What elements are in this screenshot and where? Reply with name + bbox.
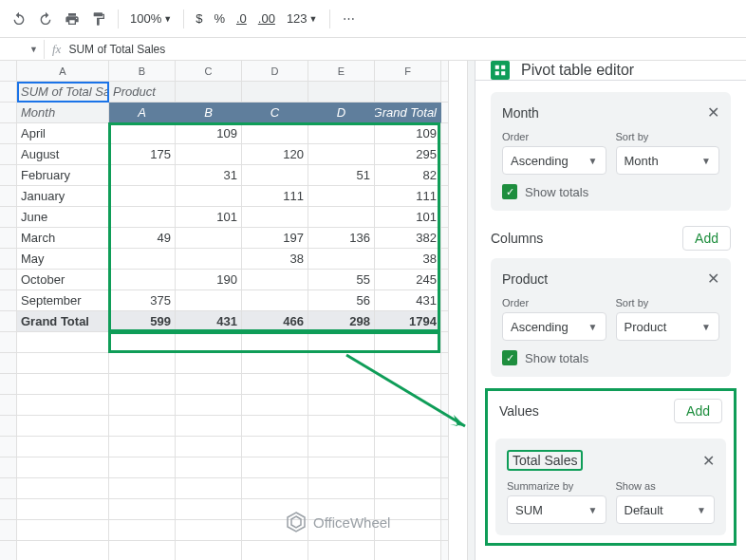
cell[interactable]: Grand Total (17, 311, 109, 332)
cell[interactable] (0, 499, 17, 520)
cell[interactable]: February (17, 165, 109, 186)
cell[interactable] (0, 270, 17, 290)
cell[interactable] (242, 374, 308, 395)
cell[interactable] (441, 499, 449, 520)
cell[interactable] (109, 374, 176, 395)
cell[interactable] (441, 332, 449, 353)
cell[interactable]: 56 (308, 290, 375, 311)
cell[interactable] (242, 416, 308, 437)
cell[interactable] (0, 186, 17, 207)
add-columns-button[interactable]: Add (682, 226, 731, 251)
cell[interactable] (441, 270, 449, 290)
cell[interactable]: 175 (109, 144, 176, 165)
cell[interactable] (242, 290, 308, 311)
close-icon[interactable]: ✕ (707, 103, 719, 121)
cell[interactable] (441, 311, 449, 332)
cell[interactable]: D (308, 103, 375, 123)
cell[interactable] (441, 165, 449, 186)
increase-decimal-button[interactable]: .00 (254, 11, 279, 26)
cell[interactable]: 101 (176, 207, 242, 228)
cell[interactable]: 111 (375, 186, 441, 207)
summarize-select[interactable]: SUM▼ (507, 495, 606, 524)
cell[interactable]: C (176, 61, 242, 82)
cell[interactable]: 82 (375, 165, 441, 186)
name-box[interactable]: ▼ (0, 45, 44, 54)
cell[interactable] (375, 541, 441, 560)
cell[interactable] (176, 437, 242, 457)
cell[interactable] (109, 186, 176, 207)
cell[interactable] (441, 416, 449, 437)
cell[interactable] (441, 520, 449, 541)
cell[interactable]: Month (17, 103, 109, 123)
cell[interactable] (109, 416, 176, 437)
spreadsheet[interactable]: ABCDEFSUM of Total SaProductMonthABCDGra… (0, 61, 467, 560)
cell[interactable] (176, 228, 242, 249)
cell[interactable] (308, 123, 375, 144)
cell[interactable] (109, 457, 176, 478)
cell[interactable] (0, 103, 17, 123)
cell[interactable] (109, 270, 176, 290)
cell[interactable] (441, 61, 449, 82)
cell[interactable] (375, 478, 441, 499)
cell[interactable] (176, 520, 242, 541)
cell[interactable] (176, 374, 242, 395)
cell[interactable]: 466 (242, 311, 308, 332)
cell[interactable]: 55 (308, 270, 375, 290)
add-values-button[interactable]: Add (674, 399, 722, 423)
cell[interactable] (0, 332, 17, 353)
cell[interactable] (17, 437, 109, 457)
cell[interactable]: 431 (176, 311, 242, 332)
cell[interactable] (176, 353, 242, 374)
decrease-decimal-button[interactable]: .0 (233, 11, 251, 26)
cell[interactable]: 190 (176, 270, 242, 290)
cell[interactable] (375, 395, 441, 416)
print-button[interactable] (61, 8, 84, 30)
cell[interactable] (109, 332, 176, 353)
cell[interactable] (242, 332, 308, 353)
cell[interactable]: September (17, 290, 109, 311)
cell[interactable] (17, 541, 109, 560)
cell[interactable] (308, 416, 375, 437)
cell[interactable] (441, 82, 449, 103)
cell[interactable] (242, 82, 308, 103)
cell[interactable] (109, 165, 176, 186)
cell[interactable] (0, 478, 17, 499)
show-totals-checkbox[interactable]: ✓ (502, 184, 517, 199)
cell[interactable] (17, 353, 109, 374)
cell[interactable] (109, 123, 176, 144)
cell[interactable] (441, 249, 449, 270)
cell[interactable] (441, 144, 449, 165)
cell[interactable]: 38 (375, 249, 441, 270)
cell[interactable] (17, 457, 109, 478)
cell[interactable] (242, 478, 308, 499)
cell[interactable] (17, 395, 109, 416)
cell[interactable] (109, 520, 176, 541)
cell[interactable]: B (176, 103, 242, 123)
cell[interactable] (308, 353, 375, 374)
cell[interactable] (441, 395, 449, 416)
cell[interactable] (242, 123, 308, 144)
cell[interactable]: March (17, 228, 109, 249)
cell[interactable] (375, 374, 441, 395)
cell[interactable] (441, 290, 449, 311)
cell[interactable] (0, 207, 17, 228)
redo-button[interactable] (34, 8, 57, 30)
cell[interactable] (0, 228, 17, 249)
cell[interactable] (0, 82, 17, 103)
cell[interactable]: August (17, 144, 109, 165)
cell[interactable] (242, 165, 308, 186)
cell[interactable]: D (242, 61, 308, 82)
cell[interactable] (308, 82, 375, 103)
order-select[interactable]: Ascending▼ (502, 312, 606, 341)
cell[interactable] (109, 207, 176, 228)
cell[interactable] (375, 457, 441, 478)
cell[interactable] (176, 290, 242, 311)
cell[interactable] (441, 103, 449, 123)
cell[interactable] (308, 437, 375, 457)
cell[interactable] (109, 478, 176, 499)
cell[interactable]: A (109, 103, 176, 123)
cell[interactable] (0, 395, 17, 416)
percent-button[interactable]: % (210, 11, 229, 26)
close-icon[interactable]: ✕ (702, 452, 715, 470)
cell[interactable]: 109 (375, 123, 441, 144)
